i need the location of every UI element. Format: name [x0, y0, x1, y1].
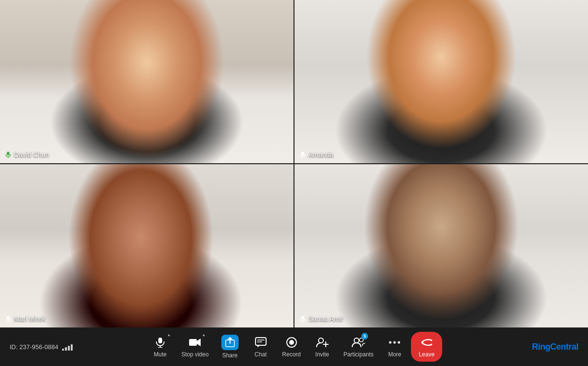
- mute-icon: ▲: [153, 336, 167, 349]
- stop-video-chevron: ▲: [202, 333, 205, 337]
- svg-rect-6: [301, 316, 304, 320]
- more-label: More: [388, 351, 401, 358]
- participant-name-david: David Chun: [14, 151, 49, 158]
- mic-icon-sanaa: [299, 315, 306, 322]
- invite-label: Invite: [315, 351, 329, 358]
- participant-label-sanaa: Sanaa Amir: [299, 315, 343, 323]
- participants-label: Participants: [344, 351, 374, 358]
- record-label: Record: [282, 351, 301, 358]
- mute-button[interactable]: ▲ Mute: [146, 332, 175, 362]
- svg-point-24: [394, 341, 396, 344]
- signal-bar-4: [71, 344, 73, 351]
- signal-bar-3: [68, 346, 70, 351]
- participant-label-david: David Chun: [5, 151, 49, 158]
- toolbar-left: ID: 237-956-0884: [10, 343, 87, 351]
- participant-count-badge: 5: [361, 333, 368, 340]
- signal-bars: [62, 343, 73, 351]
- brand-logo: RingCentral: [532, 342, 578, 352]
- svg-point-25: [398, 341, 400, 344]
- chat-button[interactable]: Chat: [246, 332, 275, 362]
- participant-name-sanaa: Sanaa Amir: [308, 315, 343, 323]
- stop-video-button[interactable]: ▲ Stop video: [177, 332, 214, 362]
- svg-rect-11: [189, 339, 197, 346]
- svg-point-26: [422, 341, 423, 343]
- svg-point-21: [354, 338, 359, 343]
- leave-label: Leave: [419, 351, 435, 358]
- chat-icon: [254, 336, 268, 349]
- svg-point-17: [289, 340, 294, 345]
- more-icon: [388, 336, 401, 349]
- svg-point-23: [389, 341, 392, 344]
- signal-bar-1: [62, 349, 64, 351]
- toolbar-center: ▲ Mute ▲ Stop video Share: [87, 331, 501, 363]
- meeting-id: ID: 237-956-0884: [10, 343, 58, 351]
- toolbar-right: RingCentral: [501, 342, 578, 352]
- participants-icon: 5: [352, 336, 365, 349]
- toolbar: ID: 237-956-0884 ▲ Mute: [0, 327, 588, 366]
- participant-name-amanda: Amanda: [308, 151, 333, 158]
- invite-button[interactable]: Invite: [308, 332, 337, 362]
- signal-bar-2: [65, 347, 67, 351]
- video-tile-david: David Chun: [0, 0, 294, 163]
- svg-rect-0: [7, 152, 10, 156]
- record-icon: [285, 336, 298, 349]
- more-button[interactable]: More: [380, 332, 409, 362]
- svg-rect-4: [7, 316, 10, 320]
- video-tile-mari: Mari Mirek: [0, 164, 294, 327]
- svg-rect-13: [256, 338, 266, 345]
- share-icon: [221, 335, 239, 350]
- record-button[interactable]: Record: [277, 332, 306, 362]
- svg-rect-8: [158, 338, 162, 343]
- video-tile-amanda: Amanda: [294, 0, 588, 163]
- stop-video-label: Stop video: [181, 351, 209, 358]
- leave-icon: [420, 336, 434, 349]
- participant-label-mari: Mari Mirek: [5, 315, 45, 323]
- share-label: Share: [222, 352, 238, 359]
- video-tile-sanaa: Sanaa Amir: [294, 164, 588, 327]
- share-button[interactable]: Share: [216, 331, 244, 363]
- participant-name-mari: Mari Mirek: [14, 315, 45, 323]
- participant-label-amanda: Amanda: [299, 151, 333, 158]
- mic-icon-david: [5, 151, 12, 158]
- mic-icon-mari: [5, 315, 12, 322]
- stop-video-icon: ▲: [188, 336, 202, 349]
- mute-label: Mute: [154, 351, 167, 358]
- svg-rect-2: [301, 152, 304, 156]
- participants-button[interactable]: 5 Participants: [339, 332, 379, 362]
- mute-chevron: ▲: [167, 333, 171, 337]
- chat-label: Chat: [255, 351, 267, 358]
- video-grid: David Chun Amanda: [0, 0, 588, 327]
- svg-point-18: [319, 338, 323, 343]
- mic-icon-amanda: [299, 151, 306, 158]
- leave-button[interactable]: Leave: [411, 332, 442, 362]
- invite-icon: [316, 336, 329, 349]
